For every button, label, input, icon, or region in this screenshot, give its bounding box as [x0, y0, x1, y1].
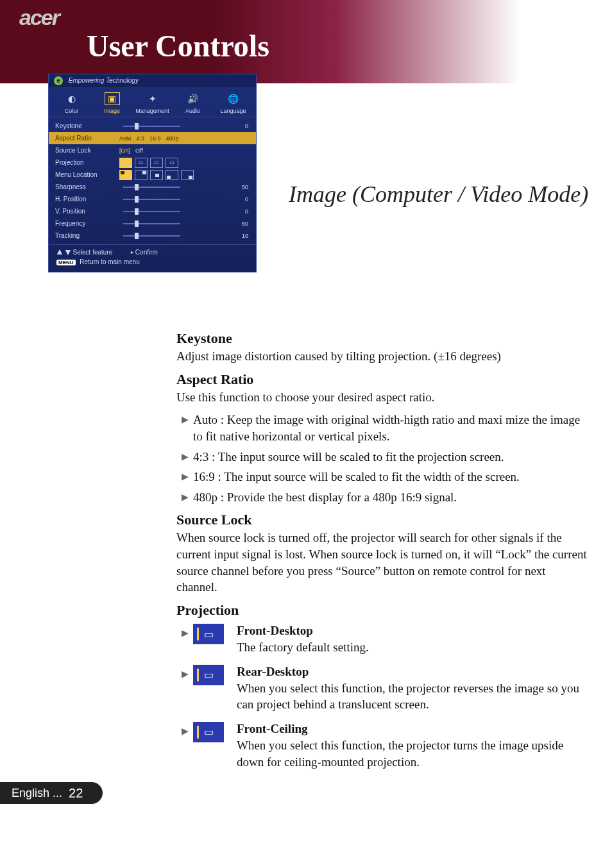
- body-content: Keystone Adjust image distortion caused …: [176, 324, 587, 779]
- slider-icon: [123, 235, 180, 237]
- bullet-auto: ▶Auto : Keep the image with original wid…: [182, 412, 587, 444]
- osd-tagline: Empowering Technology: [69, 77, 139, 84]
- proj-item-front-desktop: ▶ ▭ Front-Desktop The factory default se…: [182, 624, 587, 656]
- e-logo-icon: e: [54, 76, 63, 85]
- proj-front-desktop-icon: ▭: [119, 158, 132, 168]
- slider-icon: [123, 126, 180, 127]
- bullet-43: ▶4:3 : The input source will be scaled t…: [182, 449, 587, 465]
- speaker-icon: 🔊: [185, 92, 201, 105]
- image-icon: ▣: [105, 92, 120, 105]
- osd-row-keystone: Keystone 0: [49, 120, 256, 132]
- heading-keystone: Keystone: [176, 330, 587, 347]
- triangle-bullet-icon: ▶: [182, 665, 193, 680]
- rear-desktop-icon: ▭: [193, 665, 224, 685]
- triangle-bullet-icon: ▶: [182, 412, 193, 426]
- osd-tab-language: 🌐Language: [213, 92, 253, 114]
- menuloc-tr-icon: [135, 170, 148, 180]
- footer-language: English ...: [12, 787, 62, 800]
- osd-tagline-bar: e Empowering Technology: [49, 74, 256, 87]
- triangle-bullet-icon: ▶: [182, 722, 193, 737]
- front-desktop-icon: ▭: [193, 624, 224, 644]
- bullet-169: ▶16:9 : The input source will be scaled …: [182, 469, 587, 485]
- triangle-bullet-icon: ▶: [182, 624, 193, 638]
- front-ceiling-icon: ▭: [193, 722, 224, 742]
- osd-row-projection: Projection ▭ ▭ ▭ ▭: [49, 156, 256, 169]
- slider-icon: [123, 199, 180, 200]
- osd-row-menuloc: Menu Location: [49, 169, 256, 181]
- palette-icon: ◐: [64, 92, 80, 105]
- triangle-bullet-icon: ▶: [182, 489, 193, 504]
- proj-rear-desktop-icon: ▭: [135, 158, 148, 168]
- text-aspect: Use this function to choose your desired…: [176, 389, 587, 406]
- slider-icon: [123, 223, 180, 224]
- slider-icon: [123, 187, 180, 188]
- heading-aspect: Aspect Ratio: [176, 371, 587, 388]
- osd-row-sourcelock: Source Lock [On]Off: [49, 144, 256, 156]
- osd-row-freq: Frequency 50: [49, 217, 256, 230]
- heading-sourcelock: Source Lock: [176, 512, 587, 528]
- menuloc-br-icon: [181, 170, 194, 180]
- osd-row-aspect: Aspect Ratio Auto 4:3 16:9 480p: [49, 132, 256, 144]
- osd-footer: ⯅ ⯆ Select feature ▶ Confirm MENU Return…: [49, 244, 256, 272]
- osd-tab-color: ◐Color: [51, 92, 92, 114]
- triangle-bullet-icon: ▶: [182, 469, 193, 483]
- osd-screenshot: e Empowering Technology ◐Color ▣Image ✦M…: [48, 74, 257, 272]
- text-keystone: Adjust image distortion caused by tiltin…: [176, 348, 587, 365]
- menuloc-tl-icon: [119, 170, 132, 180]
- osd-row-sharpness: Sharpness 50: [49, 181, 256, 193]
- osd-row-hpos: H. Position 0: [49, 193, 256, 205]
- proj-rear-ceiling-icon: ▭: [166, 158, 178, 168]
- osd-tab-row: ◐Color ▣Image ✦Management 🔊Audio 🌐Langua…: [49, 87, 256, 117]
- osd-row-tracking: Tracking 10: [49, 230, 256, 242]
- osd-tab-audio: 🔊Audio: [173, 92, 213, 114]
- section-heading: Image (Computer / Video Mode): [289, 179, 597, 210]
- gear-icon: ✦: [145, 92, 160, 105]
- updown-arrow-icon: ⯅ ⯆: [56, 249, 71, 256]
- page-title: User Controls: [87, 28, 269, 63]
- menu-badge: MENU: [56, 260, 76, 265]
- page-number-badge: English ... 22: [0, 782, 103, 804]
- osd-tab-management: ✦Management: [132, 92, 173, 114]
- slider-icon: [123, 211, 180, 212]
- triangle-bullet-icon: ▶: [182, 449, 193, 463]
- header-banner: acer User Controls: [0, 0, 612, 83]
- osd-row-vpos: V. Position 0: [49, 205, 256, 217]
- osd-tab-image: ▣Image: [92, 92, 132, 114]
- right-arrow-icon: ▶: [130, 249, 133, 256]
- text-sourcelock: When source lock is turned off, the proj…: [176, 530, 587, 596]
- globe-icon: 🌐: [226, 92, 241, 105]
- proj-item-rear-desktop: ▶ ▭ Rear-Desktop When you select this fu…: [182, 665, 587, 713]
- menuloc-c-icon: [150, 170, 163, 180]
- bullet-480p: ▶480p : Provide the best display for a 4…: [182, 489, 587, 506]
- proj-item-front-ceiling: ▶ ▭ Front-Ceiling When you select this f…: [182, 722, 587, 770]
- menuloc-bl-icon: [166, 170, 178, 180]
- heading-projection: Projection: [176, 602, 587, 619]
- proj-front-ceiling-icon: ▭: [150, 158, 163, 168]
- footer-page-number: 22: [69, 786, 83, 801]
- osd-rows: Keystone 0 Aspect Ratio Auto 4:3 16:9 48…: [49, 117, 256, 244]
- brand-logo: acer: [19, 5, 59, 30]
